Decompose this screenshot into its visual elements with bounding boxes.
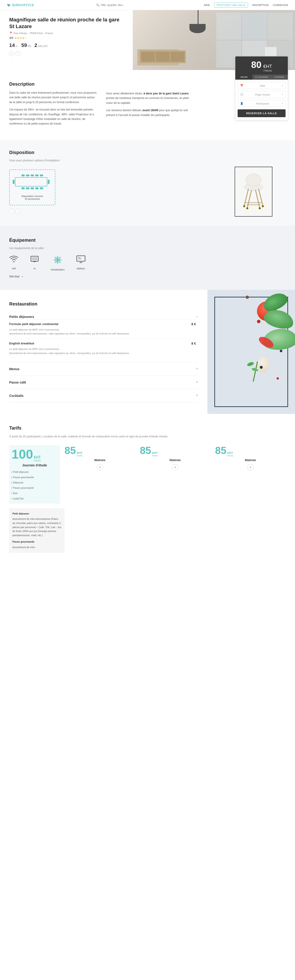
nav-connexion[interactable]: CONNEXION <box>273 4 288 6</box>
equipment-tableau: tableau <box>76 255 86 270</box>
booking-fields: 📅 Date ▾ 🕐 Plage horaire ▾ 👤 Participant… <box>235 80 288 109</box>
disposition-content: Disposition réunion14 personnes ‹ › <box>9 167 286 216</box>
equipment-grid: wifi tv <box>9 255 286 271</box>
rooms-stat: 2 SALLES <box>34 42 48 48</box>
stars: ★★★★☆ <box>14 37 27 40</box>
svg-point-8 <box>243 205 245 207</box>
cocktails-header[interactable]: Cocktails + <box>9 393 198 398</box>
search-input[interactable] <box>101 3 142 7</box>
description-text-1: Dans le cadre de votre événement profess… <box>9 91 97 105</box>
menu-cocktails: Cocktails + <box>9 389 198 402</box>
equipment-subtitle: Les équipements de la salle : <box>9 247 286 250</box>
svg-point-11 <box>259 207 261 209</box>
seat <box>40 175 43 177</box>
hero-address: 📍 Rue d'Anjou · 75008 Paris · France <box>9 32 126 35</box>
menu-petits-dejeuners-header[interactable]: Petits déjeuners − <box>9 315 198 319</box>
next-image-button[interactable]: › <box>16 51 21 56</box>
disposition-label: Disposition réunion14 personnes <box>21 195 43 200</box>
tarif-matinee3-price-row: 85 €HT /PERS <box>215 445 286 457</box>
booking-price-area: 80 €HT / Heure <box>235 56 288 75</box>
description-section: Description Dans le cadre de votre événe… <box>0 70 203 140</box>
next-disposition-button[interactable]: › <box>16 209 21 214</box>
menus-header[interactable]: Menus + <box>9 366 198 371</box>
arrow-right-icon: → <box>21 275 24 278</box>
voir-tout[interactable]: Voir tout → <box>9 275 286 278</box>
header-nav: AIDE PROPOSER UNE SALLE INSCRIPTION CONN… <box>204 3 288 8</box>
tarif-desc-text-2: Assortiment de mini- <box>13 546 61 549</box>
tarif-matinee2-add-button[interactable]: + <box>172 464 179 471</box>
tarif-matinee1-suffix: €HT /PERS <box>77 451 83 457</box>
lamp-shade <box>190 24 206 33</box>
chair-frame <box>234 167 273 216</box>
feature-petit-dej: • Petit déjeuner <box>11 469 57 475</box>
tarifs-section: Tarifs À partir de 20 participants | Loc… <box>0 414 295 564</box>
reserve-button[interactable]: RÉSERVER LA SALLE <box>238 109 285 117</box>
area-num: 59 <box>21 42 27 48</box>
prev-disposition-button[interactable]: ‹ <box>9 209 14 214</box>
wifi-svg <box>9 255 18 263</box>
restauration-left: Restauration Petits déjeuners − Formule … <box>0 290 207 414</box>
date-field[interactable]: 📅 Date ▾ <box>238 82 285 89</box>
clock-icon: 🕐 <box>240 93 243 96</box>
description-text-4: Les réunions doivent débuter avant 18h00… <box>106 108 194 118</box>
wifi-icon <box>9 255 18 265</box>
tarif-matinee-2: 85 €HT /PERS Matinée + <box>140 445 210 504</box>
bottom-seats <box>15 188 49 189</box>
disposition-right <box>221 167 286 216</box>
minus-icon[interactable]: − <box>196 315 198 319</box>
english-title: English breakfast <box>9 342 34 345</box>
pin-icon: 📍 <box>9 32 13 35</box>
capacity-num: 14 <box>9 42 15 48</box>
english-price: 8 € <box>191 342 196 345</box>
tarif-journee-features: • Petit déjeuner • Pause gourmande • Déj… <box>11 469 57 501</box>
tv-svg <box>30 255 39 263</box>
drawer <box>141 52 155 62</box>
top-section: Magnifique salle de réunion proche de la… <box>0 10 295 70</box>
feature-dejeuner: • Déjeuner <box>11 480 57 485</box>
menu-continental: Formule petit déjeuner continental 8 € L… <box>9 319 198 339</box>
disposition-header: Disposition Vous avez plusieurs options … <box>9 150 286 162</box>
tarif-matinee1-add-button[interactable]: + <box>97 464 103 471</box>
board-svg <box>76 255 86 263</box>
search-area[interactable]: 🔍 <box>96 3 142 7</box>
plus-icon-cocktails[interactable]: + <box>196 393 198 398</box>
disposition-left: Disposition réunion14 personnes ‹ › <box>9 169 212 214</box>
tarif-matinee2-price-row: 85 €HT /PERS <box>140 445 210 457</box>
tarif-matinee3-add-button[interactable]: + <box>247 464 254 471</box>
time-field[interactable]: 🕐 Plage horaire ▾ <box>238 91 285 98</box>
plus-icon-pause[interactable]: + <box>196 380 198 385</box>
nav-proposer[interactable]: PROPOSER UNE SALLE <box>214 3 248 8</box>
description-left: Description Dans le cadre de votre événe… <box>9 81 97 129</box>
tab-demi-journee[interactable]: 1/2 JOURNÉE <box>253 75 270 80</box>
price-row: 80 €HT / Heure <box>238 60 285 72</box>
pause-cafe-header[interactable]: Pause café + <box>9 380 198 385</box>
window-pane <box>216 13 241 40</box>
prev-image-button[interactable]: ‹ <box>9 51 14 56</box>
tarifs-subtitle: À partir de 20 participants | Location d… <box>9 434 286 439</box>
side-seat <box>48 180 49 184</box>
image-nav: ‹ › <box>9 51 126 56</box>
menu-english: English breakfast 8 € Le petit déjeuner … <box>9 339 198 358</box>
svg-point-29 <box>57 259 58 261</box>
person-icon: 👤 <box>240 102 243 105</box>
hero-stats: 14 人 59 M2 2 SALLES <box>9 42 126 48</box>
tab-heure[interactable]: HEURE <box>235 75 253 80</box>
booking-tabs: HEURE 1/2 JOURNÉE JOURNÉE <box>235 75 288 80</box>
nav-inscription[interactable]: INSCRIPTION <box>252 4 268 6</box>
tarif-desc-text-1: Assortiment de mini-viennoiseries (Pains… <box>13 517 61 537</box>
participants-field[interactable]: 👤 Participants ▾ <box>238 100 285 107</box>
description-text-2: Cet espace de 59m², se trouvant dans un … <box>9 107 97 126</box>
table-icon <box>15 175 49 193</box>
tarif-matinee2-price: 85 <box>140 445 151 456</box>
area-stat: 59 M2 <box>21 42 31 48</box>
plus-icon-menus[interactable]: + <box>196 366 198 371</box>
nav-aide[interactable]: AIDE <box>204 4 210 6</box>
disposition-option[interactable]: Disposition réunion14 personnes <box>9 169 55 205</box>
equipment-tv: tv <box>30 255 39 270</box>
english-desc: Le petit déjeuner du MOF (min 4 personne… <box>9 347 198 355</box>
svg-line-5 <box>255 190 260 208</box>
drawer <box>171 52 184 62</box>
window-pane <box>242 13 267 40</box>
continental-price-area: 8 € <box>191 322 198 326</box>
tab-journee[interactable]: JOURNÉE <box>271 75 288 80</box>
